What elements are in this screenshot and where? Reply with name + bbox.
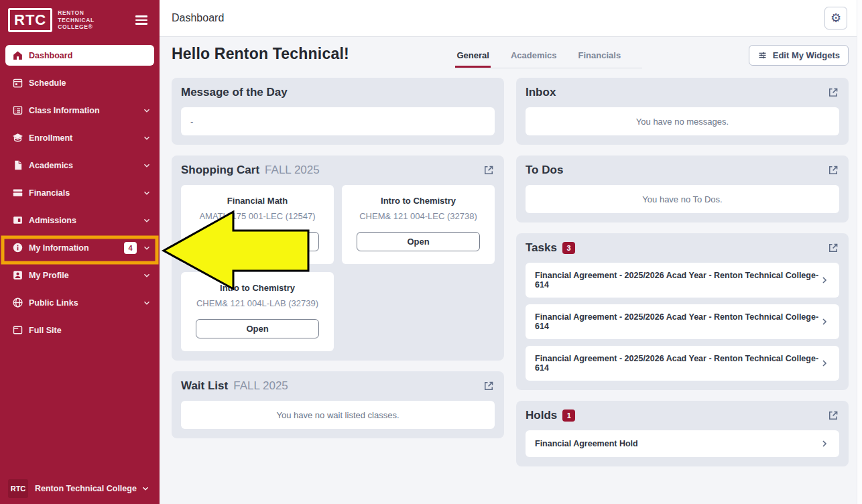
widget-tasks: Tasks 3 Financial Agreement - 2025/2026 … [516, 233, 849, 390]
sidebar-item-label: Academics [29, 161, 142, 170]
course-name: Intro to Chemistry [190, 283, 324, 293]
college-label: Renton Technical College [35, 484, 141, 493]
college-name: RENTON TECHNICAL COLLEGE® [58, 9, 95, 31]
sidebar-item-label: Financials [29, 188, 142, 198]
tab-academics[interactable]: Academics [509, 49, 558, 68]
open-in-new-icon[interactable] [827, 410, 839, 422]
sidebar-item-admissions[interactable]: Admissions [0, 206, 160, 234]
widget-title: Holds [526, 409, 557, 422]
chevron-right-icon [819, 275, 830, 286]
dashboard-content: Hello Renton Technical! General Academic… [160, 37, 862, 466]
calendar-icon [12, 77, 23, 88]
course-name: Financial Math [190, 196, 324, 206]
open-in-new-icon[interactable] [827, 164, 839, 176]
main-area: Dashboard ⚙ Hello Renton Technical! Gene… [160, 0, 862, 504]
menu-toggle-icon[interactable] [133, 13, 150, 27]
chevron-down-icon [142, 133, 151, 143]
tab-financials[interactable]: Financials [577, 49, 623, 68]
widget-holds: Holds 1 Financial Agreement Hold [516, 401, 849, 466]
browser-window-icon [12, 324, 23, 336]
widget-title: Inbox [526, 86, 556, 99]
page-title: Dashboard [172, 12, 224, 24]
sidebar-item-label: Dashboard [29, 51, 147, 60]
sidebar-item-label: Class Information [29, 106, 142, 115]
sidebar-item-schedule[interactable]: Schedule [0, 69, 160, 97]
sidebar-item-financials[interactable]: Financials [0, 179, 160, 206]
sidebar-item-academics[interactable]: Academics [0, 151, 160, 179]
open-in-new-icon[interactable] [483, 164, 495, 176]
task-row[interactable]: Financial Agreement - 2025/2026 Acad Yea… [526, 304, 839, 339]
widget-title: Shopping Cart [181, 164, 259, 177]
graduation-cap-icon [12, 132, 23, 143]
open-in-new-icon[interactable] [827, 242, 839, 254]
sidebar-item-dashboard[interactable]: Dashboard [0, 42, 160, 69]
inbox-empty-text: You have no messages. [526, 107, 839, 135]
hold-row[interactable]: Financial Agreement Hold [526, 430, 839, 457]
tune-icon [757, 50, 767, 60]
sidebar-item-label: My Profile [29, 271, 142, 280]
cart-course-card: Intro to Chemistry CHEM& 121 004L-LAB (3… [181, 272, 334, 351]
sidebar-item-label: Enrollment [29, 133, 142, 143]
open-in-new-icon[interactable] [483, 380, 495, 392]
chevron-right-icon [819, 438, 830, 449]
chevron-down-icon [142, 188, 151, 198]
sidebar-item-label: Admissions [29, 216, 142, 225]
widget-inbox: Inbox You have no messages. [516, 78, 849, 145]
chevron-down-icon [142, 243, 151, 253]
tab-general[interactable]: General [455, 49, 490, 68]
course-name: Intro to Chemistry [351, 196, 485, 206]
chevron-down-icon [142, 298, 151, 308]
widget-tabs: General Academics Financials [455, 49, 642, 68]
id-card-icon [12, 214, 23, 226]
wait-list-empty-text: You have no wait listed classes. [181, 401, 495, 429]
chevron-down-icon [142, 161, 151, 170]
sidebar-item-label: Schedule [29, 78, 151, 88]
sidebar-item-label: Public Links [29, 298, 142, 308]
page-scrollbar[interactable] [857, 0, 862, 504]
sidebar-item-my-profile[interactable]: My Profile [0, 261, 160, 289]
course-code: AMATH 175 001-LEC (12547) [190, 211, 324, 221]
rtc-logo[interactable]: RTC [8, 8, 52, 32]
edit-my-widgets-button[interactable]: Edit My Widgets [749, 45, 849, 66]
term-label: FALL 2025 [233, 379, 288, 393]
settings-button[interactable]: ⚙ [824, 7, 847, 29]
sidebar-nav: Dashboard Schedule Class Information Enr… [0, 38, 160, 344]
chevron-down-icon [142, 271, 151, 280]
open-course-button[interactable]: Open [357, 232, 480, 251]
term-label: FALL 2025 [265, 164, 320, 177]
sidebar-item-enrollment[interactable]: Enrollment [0, 124, 160, 151]
home-icon [12, 50, 23, 61]
info-icon [12, 242, 23, 253]
chevron-down-icon [141, 484, 150, 493]
widget-title: Wait List [181, 379, 228, 393]
greeting-title: Hello Renton Technical! [172, 45, 349, 63]
sidebar: RTC RENTON TECHNICAL COLLEGE® Dashboard … [0, 0, 160, 504]
course-code: CHEM& 121 004-LEC (32738) [351, 211, 485, 221]
college-abbr: RTC [8, 479, 28, 498]
task-row[interactable]: Financial Agreement - 2025/2026 Acad Yea… [526, 263, 839, 298]
document-icon [12, 160, 23, 171]
sidebar-item-label: My Information [29, 243, 124, 253]
sidebar-item-public-links[interactable]: Public Links [0, 289, 160, 316]
task-row[interactable]: Financial Agreement - 2025/2026 Acad Yea… [526, 346, 839, 381]
credit-card-icon [12, 187, 23, 198]
motd-body: - [181, 107, 495, 135]
sidebar-item-class-information[interactable]: Class Information [0, 97, 160, 124]
sidebar-footer-college-switcher[interactable]: RTC Renton Technical College [0, 473, 160, 504]
cart-course-card: Financial Math AMATH 175 001-LEC (12547)… [181, 185, 334, 264]
course-code: CHEM& 121 004L-LAB (32739) [190, 298, 324, 308]
widget-title: To Dos [526, 164, 563, 177]
open-course-button[interactable]: Open [196, 232, 319, 251]
widget-to-dos: To Dos You have no To Dos. [516, 155, 849, 223]
open-in-new-icon[interactable] [827, 86, 839, 99]
sidebar-item-label: Full Site [29, 326, 151, 335]
widget-shopping-cart: Shopping Cart FALL 2025 Financial Math A… [172, 155, 504, 361]
tasks-count-badge: 3 [562, 242, 575, 254]
cart-course-card: Intro to Chemistry CHEM& 121 004-LEC (32… [342, 185, 495, 264]
sidebar-item-my-information[interactable]: My Information 4 [0, 234, 160, 261]
chevron-right-icon [819, 358, 830, 369]
open-course-button[interactable]: Open [196, 319, 319, 338]
chevron-right-icon [819, 316, 830, 327]
todos-empty-text: You have no To Dos. [526, 185, 839, 213]
sidebar-item-full-site[interactable]: Full Site [0, 316, 160, 344]
